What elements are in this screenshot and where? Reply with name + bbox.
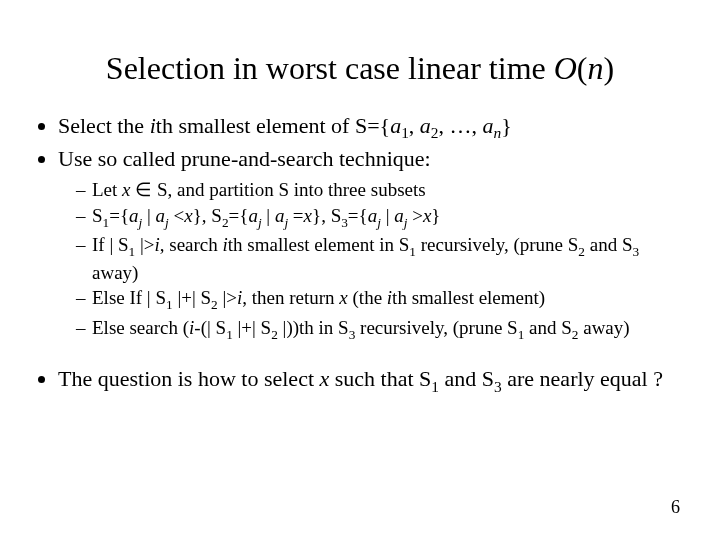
s4-x: x: [339, 287, 347, 308]
sub-5: Else search (i-(| S1 |+| S2 |))th in S3 …: [76, 316, 690, 343]
s4-t4: , then return: [242, 287, 339, 308]
title-n: n: [587, 50, 603, 86]
s3-s2: 2: [578, 244, 585, 259]
sub-1: Let x ∈ S, and partition S into three su…: [76, 178, 690, 202]
s4-s2: 2: [211, 297, 218, 312]
s3-s1b: 1: [409, 244, 416, 259]
b1-ansub: n: [494, 124, 502, 141]
b3-s1: 1: [431, 378, 439, 395]
s3-t6: and S: [585, 234, 633, 255]
s1-x: x: [122, 179, 130, 200]
s5-s3: 3: [349, 327, 356, 342]
s2-x2: x: [304, 205, 312, 226]
s2-t5: }, S: [193, 205, 222, 226]
sub-list: Let x ∈ S, and partition S into three su…: [58, 178, 690, 343]
b1-a1sub: 1: [401, 124, 409, 141]
s2-t11: |: [381, 205, 394, 226]
s2-s2: 2: [222, 215, 229, 230]
b3-t4: are nearly equal ?: [502, 366, 663, 391]
bullet-1: Select the ith smallest element of S={a1…: [58, 112, 690, 143]
s5-s2b: 2: [572, 327, 579, 342]
slide-title: Selection in worst case linear time O(n): [30, 50, 690, 87]
s3-t5: recursively, (prune S: [416, 234, 578, 255]
s5-t7: away): [578, 317, 629, 338]
s2-s1: 1: [103, 215, 110, 230]
b3-t1: The question is how to select: [58, 366, 320, 391]
s3-t3: , search: [160, 234, 223, 255]
s2-a2: a: [156, 205, 166, 226]
s2-aj1: j: [139, 215, 143, 230]
bullet-3: The question is how to select x such tha…: [58, 365, 690, 396]
s4-t5: (the: [348, 287, 387, 308]
bullet-list: Select the ith smallest element of S={a1…: [30, 112, 690, 396]
s1-rest: ∈ S, and partition S into three subsets: [131, 179, 426, 200]
s1-pre: Let: [92, 179, 122, 200]
s2-t10: ={: [348, 205, 368, 226]
s2-t13: }: [431, 205, 440, 226]
title-O: O: [554, 50, 577, 86]
s2-S: S: [92, 205, 103, 226]
b1-mid: th smallest element of S={: [156, 113, 390, 138]
s5-t6: and S: [524, 317, 572, 338]
s3-s1: 1: [129, 244, 136, 259]
s2-t4: <: [169, 205, 184, 226]
slide: Selection in worst case linear time O(n)…: [0, 0, 720, 396]
s2-a6: a: [394, 205, 404, 226]
b1-pre: Select the: [58, 113, 150, 138]
b1-end: }: [501, 113, 512, 138]
s2-t2: ={: [109, 205, 129, 226]
s4-t1: Else If | S: [92, 287, 166, 308]
s3-t2: |>: [135, 234, 154, 255]
s5-t4: |))th in S: [278, 317, 349, 338]
s2-aj4: j: [284, 215, 288, 230]
s3-t1: If | S: [92, 234, 129, 255]
page-number: 6: [671, 497, 680, 518]
s3-t4: th smallest element in S: [228, 234, 410, 255]
s5-s1b: 1: [518, 327, 525, 342]
s2-aj2: j: [165, 215, 169, 230]
s2-t6: ={: [229, 205, 249, 226]
title-close: ): [603, 50, 614, 86]
s5-t2: -(| S: [194, 317, 226, 338]
s2-a5: a: [368, 205, 378, 226]
s3-t7: away): [92, 262, 138, 283]
s2-x1: x: [184, 205, 192, 226]
b3-t3: and S: [439, 366, 494, 391]
b1-c2: , …,: [439, 113, 483, 138]
bullet-2: Use so called prune-and-search technique…: [58, 145, 690, 173]
s2-aj6: j: [404, 215, 408, 230]
sub-3: If | S1 |>i, search ith smallest element…: [76, 233, 690, 284]
s2-aj3: j: [258, 215, 262, 230]
s2-t9: }, S: [312, 205, 341, 226]
s3-s3: 3: [632, 244, 639, 259]
b1-a2: a: [420, 113, 431, 138]
spacer: [58, 345, 690, 363]
s5-t5: recursively, (prune S: [355, 317, 517, 338]
s2-t7: |: [262, 205, 275, 226]
s2-aj5: j: [377, 215, 381, 230]
s4-t6: th smallest element): [392, 287, 545, 308]
title-open: (: [577, 50, 588, 86]
b1-a2sub: 2: [431, 124, 439, 141]
s5-t3: |+| S: [233, 317, 271, 338]
sub-4: Else If | S1 |+| S2 |>i, then return x (…: [76, 286, 690, 313]
b1-a1: a: [390, 113, 401, 138]
s5-t1: Else search (: [92, 317, 189, 338]
s2-a4: a: [275, 205, 285, 226]
s2-t8: =: [288, 205, 303, 226]
s2-a3: a: [248, 205, 258, 226]
b1-an: a: [483, 113, 494, 138]
s4-s1: 1: [166, 297, 173, 312]
s2-a1: a: [129, 205, 139, 226]
b3-s3: 3: [494, 378, 502, 395]
s4-t2: |+| S: [173, 287, 211, 308]
s4-t3: |>: [218, 287, 237, 308]
s2-t3: |: [142, 205, 155, 226]
s2-t12: >: [407, 205, 422, 226]
s5-s1: 1: [226, 327, 233, 342]
s5-s2: 2: [271, 327, 278, 342]
s2-s3: 3: [341, 215, 348, 230]
sub-2: S1={aj | aj <x}, S2={aj | aj =x}, S3={aj…: [76, 204, 690, 231]
b3-x: x: [320, 366, 330, 391]
title-text: Selection in worst case linear time: [106, 50, 554, 86]
